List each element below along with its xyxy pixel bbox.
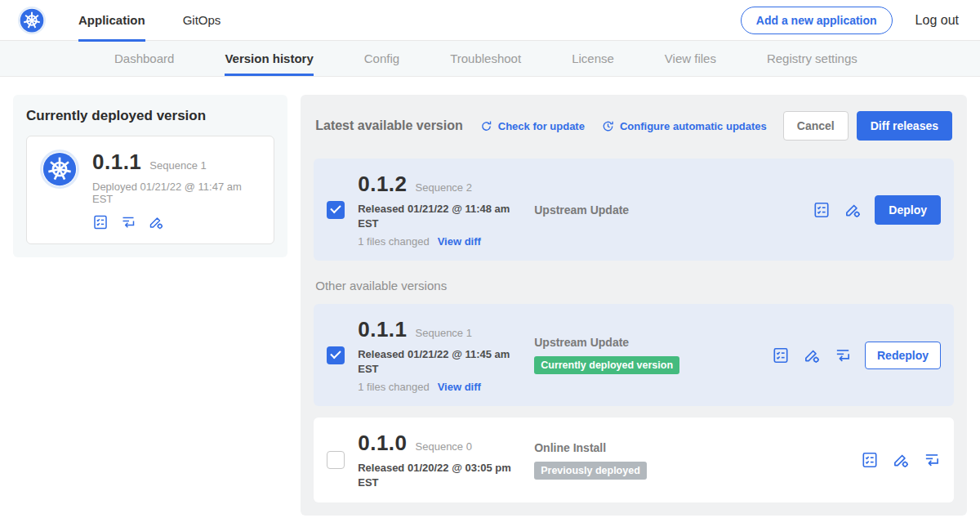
diff-icon[interactable] — [120, 214, 136, 230]
deployed-sequence-label: Sequence 1 — [149, 159, 206, 172]
configure-automatic-updates-link[interactable]: Configure automatic updates — [601, 119, 767, 133]
subnav-item-registry-settings[interactable]: Registry settings — [767, 41, 858, 76]
version-source-label: Online Install — [534, 441, 848, 454]
configure-automatic-updates-label: Configure automatic updates — [620, 120, 767, 132]
files-changed-label: 1 files changed — [358, 235, 429, 248]
subnav-item-troubleshoot[interactable]: Troubleshoot — [450, 41, 521, 76]
view-diff-link[interactable]: View diff — [438, 235, 481, 248]
version-history-panel: Latest available version Check for updat… — [301, 95, 967, 516]
other-available-versions-title: Other available versions — [315, 279, 952, 292]
previously-deployed-badge: Previously deployed — [534, 462, 647, 480]
sequence-label: Sequence 2 — [416, 181, 472, 194]
release-notes-icon[interactable] — [861, 451, 879, 469]
version-number: 0.1.1 — [358, 317, 407, 342]
clock-refresh-icon — [601, 119, 615, 133]
diff-icon[interactable] — [834, 346, 852, 364]
edit-config-icon[interactable] — [844, 201, 862, 219]
currently-deployed-badge: Currently deployed version — [534, 356, 679, 374]
sequence-label: Sequence 0 — [416, 440, 472, 453]
cancel-button[interactable]: Cancel — [783, 111, 849, 141]
released-timestamp: Released 01/21/22 @ 11:45 am EST — [358, 347, 513, 376]
release-notes-icon[interactable] — [92, 214, 109, 230]
edit-config-icon[interactable] — [803, 346, 821, 364]
deployed-timestamp: Deployed 01/21/22 @ 11:47 am EST — [92, 181, 261, 205]
released-timestamp: Released 01/21/22 @ 11:48 am EST — [358, 202, 513, 230]
version-source-label: Upstream Update — [534, 336, 759, 349]
currently-deployed-title: Currently deployed version — [26, 108, 274, 124]
top-tab-gitops[interactable]: GitOps — [183, 0, 221, 41]
diff-releases-button[interactable]: Diff releases — [857, 111, 952, 141]
refresh-icon — [479, 119, 493, 133]
latest-available-title: Latest available version — [315, 118, 463, 133]
app-kubernetes-icon — [40, 150, 79, 189]
deployed-version-number: 0.1.1 — [92, 150, 141, 175]
version-checkbox[interactable] — [327, 346, 345, 364]
edit-config-icon[interactable] — [148, 214, 164, 230]
diff-icon[interactable] — [923, 451, 941, 469]
version-checkbox[interactable] — [327, 201, 345, 219]
panel-header: Latest available version Check for updat… — [314, 108, 954, 147]
subnav-item-view-files[interactable]: View files — [665, 41, 716, 76]
deploy-button[interactable]: Deploy — [875, 195, 941, 225]
currently-deployed-card: Currently deployed version 0.1.1 Sequenc… — [13, 95, 287, 257]
deployed-version-card: 0.1.1 Sequence 1 Deployed 01/21/22 @ 11:… — [26, 136, 274, 244]
check-for-update-link[interactable]: Check for update — [479, 119, 585, 133]
version-number: 0.1.2 — [358, 172, 407, 197]
kubernetes-logo-icon — [18, 7, 46, 34]
released-timestamp: Released 01/20/22 @ 03:05 pm EST — [358, 461, 513, 489]
release-notes-icon[interactable] — [813, 201, 831, 219]
sequence-label: Sequence 1 — [416, 327, 472, 339]
version-source-label: Upstream Update — [534, 203, 800, 217]
main-content: Currently deployed version 0.1.1 Sequenc… — [0, 77, 980, 516]
version-checkbox[interactable] — [327, 451, 345, 469]
subnav-item-license[interactable]: License — [572, 41, 614, 76]
top-tab-application[interactable]: Application — [78, 0, 145, 41]
redeploy-button[interactable]: Redeploy — [865, 342, 941, 369]
subnav-item-version-history[interactable]: Version history — [225, 41, 313, 76]
version-row-0-1-0: 0.1.0 Sequence 0 Released 01/20/22 @ 03:… — [314, 418, 954, 502]
view-diff-link[interactable]: View diff — [438, 381, 481, 393]
logout-button[interactable]: Log out — [915, 13, 959, 28]
release-notes-icon[interactable] — [772, 346, 790, 364]
version-row-0-1-2: 0.1.2 Sequence 2 Released 01/21/22 @ 11:… — [314, 159, 954, 261]
check-for-update-label: Check for update — [498, 120, 585, 132]
subnav-item-config[interactable]: Config — [364, 41, 399, 76]
version-number: 0.1.0 — [358, 431, 407, 456]
edit-config-icon[interactable] — [892, 451, 910, 469]
app-subnav: Dashboard Version history Config Trouble… — [0, 41, 980, 77]
top-nav: Application GitOps Add a new application… — [0, 0, 980, 41]
version-row-0-1-1: 0.1.1 Sequence 1 Released 01/21/22 @ 11:… — [314, 304, 954, 406]
files-changed-label: 1 files changed — [358, 381, 429, 393]
add-application-button[interactable]: Add a new application — [741, 7, 893, 34]
subnav-item-dashboard[interactable]: Dashboard — [114, 41, 174, 76]
